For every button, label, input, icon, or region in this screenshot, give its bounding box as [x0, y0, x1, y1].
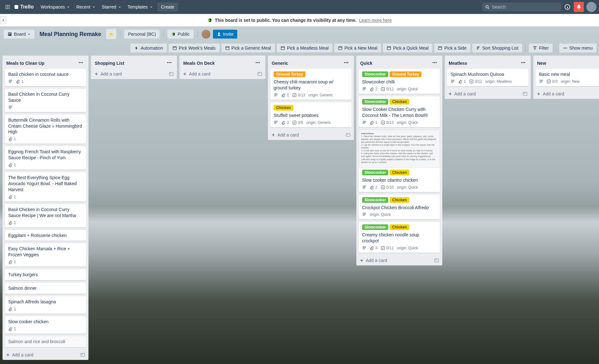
list-title[interactable]: Generic	[272, 61, 288, 66]
list-menu-icon[interactable]	[166, 59, 173, 68]
view-switcher[interactable]: Board	[4, 30, 34, 39]
list-title[interactable]: Meals On Deck	[183, 61, 215, 66]
add-card-button[interactable]: Add a card	[179, 69, 265, 79]
description-icon	[8, 105, 13, 110]
card[interactable]: Eggplant + Rotisserie chicken	[5, 230, 86, 241]
calendar-icon	[438, 46, 442, 50]
invite-button[interactable]: Invite	[213, 30, 237, 39]
pick-weeks-meals-button[interactable]: Pick Week's Meals	[169, 44, 220, 52]
template-icon[interactable]	[257, 71, 262, 76]
card[interactable]: Salmon dinner	[5, 283, 86, 294]
banner-learn-more-link[interactable]: Learn more here	[359, 18, 392, 23]
card[interactable]: Easy Chicken Marsala + Rice + Frozen Veg…	[5, 243, 86, 267]
nav-workspaces[interactable]: Workspaces	[38, 3, 73, 11]
board-title[interactable]: Meal Planning Remake	[37, 31, 104, 38]
banner-expand-icon[interactable]	[0, 16, 6, 24]
card-cover-image: Instructions1. Place the chicken broth, …	[359, 130, 440, 168]
card[interactable]: Basil Chicken in Coconut Curry Sauce Rec…	[5, 204, 86, 228]
automation-label: Automation	[141, 46, 163, 51]
description-icon	[362, 185, 366, 190]
attachment-badge: 1	[16, 79, 24, 84]
list-menu-icon[interactable]	[519, 59, 527, 68]
card[interactable]: Basil Chicken in Coconut Curry Sauce	[5, 89, 86, 112]
list-meatless: Meatless Spinach Mushroom Quinoa 10/11or…	[445, 56, 531, 99]
nav-workspaces-label: Workspaces	[41, 4, 65, 9]
card[interactable]: Spinach Alfredo lasagna1	[5, 296, 86, 314]
card[interactable]: Ground Turkey Cheesy chili macaroni soup…	[270, 69, 351, 100]
card[interactable]: SlowcookerGround Turkey Slowcooker chill…	[359, 69, 440, 94]
add-card-button[interactable]: Add a card	[356, 255, 442, 265]
template-icon[interactable]	[434, 258, 439, 263]
card[interactable]: Buttermilk Cinnamon Rolls with Cream Che…	[5, 115, 86, 144]
workspace-button[interactable]: Personal (BC)	[124, 30, 160, 39]
pick-side-button[interactable]: Pick a Side	[434, 44, 470, 52]
add-card-button[interactable]: Add a card	[533, 89, 599, 99]
list-menu-icon[interactable]	[254, 59, 262, 68]
info-button[interactable]	[562, 2, 572, 12]
list-title[interactable]: Quick	[360, 61, 372, 66]
card[interactable]: SlowcookerChicken Creamy chicken noodle …	[359, 222, 440, 253]
origin-badge: origin: Generic	[308, 93, 333, 97]
card[interactable]: Basic new meal 0/3origin: New	[536, 69, 599, 86]
apps-switcher-icon[interactable]	[3, 2, 13, 12]
show-menu-button[interactable]: Show menu	[559, 44, 596, 52]
user-add-icon	[217, 32, 221, 36]
list-menu-icon[interactable]	[431, 59, 439, 68]
card[interactable]: Chicken Stuffed sweet potatoes 20/5origi…	[270, 102, 351, 127]
member-avatar[interactable]	[202, 30, 210, 39]
add-card-label: Add a card	[543, 91, 564, 96]
notifications-button[interactable]	[574, 2, 584, 12]
pick-quick-meal-button[interactable]: Pick a Quick Meal	[383, 44, 432, 52]
card[interactable]: Eggnog French Toast with Raspberry Sauce…	[5, 146, 86, 170]
list-title[interactable]: Meatless	[449, 61, 467, 66]
template-icon[interactable]	[346, 132, 351, 137]
nav-templates[interactable]: Templates	[124, 3, 156, 11]
origin-badge: origin: Meatless	[485, 79, 512, 84]
card-title: Slow Cooker Chicken Curry with Coconut M…	[362, 106, 437, 118]
search-input[interactable]	[492, 4, 558, 9]
card[interactable]: Slow cooker chicken1	[5, 316, 86, 334]
origin-badge: origin: Generic	[306, 120, 331, 125]
pick-generic-meal-button[interactable]: Pick a Generic Meal	[221, 44, 275, 52]
template-icon[interactable]	[80, 352, 85, 357]
template-icon[interactable]	[523, 91, 528, 96]
add-card-button[interactable]: Add a card	[445, 89, 531, 99]
card[interactable]: Salmon and rice and broccoli	[5, 336, 86, 347]
search-box[interactable]	[482, 3, 561, 11]
nav-starred[interactable]: Starred	[99, 3, 124, 11]
list-menu-icon[interactable]	[77, 59, 85, 68]
add-card-button[interactable]: Add a card	[3, 350, 88, 360]
list-new: New Basic new meal 0/3origin: New Add a …	[533, 56, 599, 99]
pick-new-meal-button[interactable]: Pick a New Meal	[334, 44, 381, 52]
card-title: Eggnog French Toast with Raspberry Sauce…	[8, 149, 83, 161]
user-avatar[interactable]	[586, 2, 596, 12]
trello-logo[interactable]: Trello	[14, 4, 34, 10]
list-title[interactable]: Meals to Clean Up	[6, 61, 45, 66]
list-title[interactable]: New	[537, 61, 546, 66]
add-card-button[interactable]: Add a card	[91, 69, 177, 79]
automation-button[interactable]: Automation	[130, 44, 167, 52]
card[interactable]: SlowcookerChicken Crockpot Chicken Brocc…	[359, 195, 440, 220]
nav-recent[interactable]: Recent	[73, 3, 98, 11]
card[interactable]: Turkey burgers	[5, 269, 86, 280]
card[interactable]: The Best Everything Spice Egg Avocado Yo…	[5, 172, 86, 202]
visibility-button[interactable]: Public	[167, 30, 193, 39]
sort-shopping-list-button[interactable]: Sort Shopping List	[472, 44, 522, 52]
description-icon	[8, 79, 13, 84]
calendar-icon	[281, 46, 285, 50]
label-slowcooker: Slowcooker	[362, 224, 388, 230]
add-card-button[interactable]: Add a card	[268, 130, 354, 140]
card[interactable]: SlowcookerChicken Slow Cooker Chicken Cu…	[359, 96, 440, 127]
card[interactable]: Instructions1. Place the chicken broth, …	[359, 130, 440, 192]
star-button[interactable]	[106, 29, 116, 39]
create-button[interactable]: Create	[157, 3, 178, 11]
board-canvas[interactable]: Meals to Clean Up Basil chicken in cocon…	[0, 54, 599, 364]
list-menu-icon[interactable]	[342, 59, 350, 68]
list-title[interactable]: Shopping List	[95, 61, 124, 66]
template-icon[interactable]	[169, 71, 174, 76]
filter-button[interactable]: Filter	[529, 44, 553, 52]
card[interactable]: Spinach Mushroom Quinoa 10/11origin: Mea…	[447, 69, 528, 86]
card[interactable]: Basil chicken in coconut sauce1	[5, 69, 86, 86]
attachment-badge: 1	[281, 93, 289, 97]
pick-meatless-meal-button[interactable]: Pick a Meatless Meal	[277, 44, 332, 52]
